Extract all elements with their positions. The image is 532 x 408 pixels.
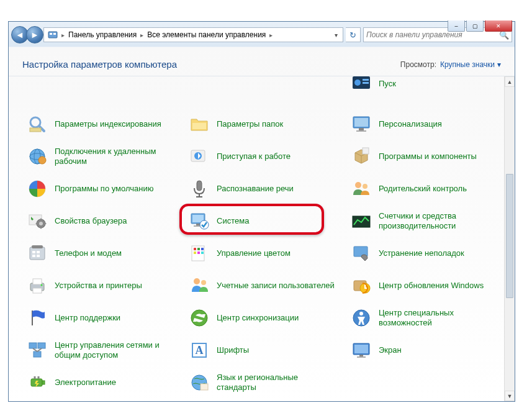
svg-rect-10: [192, 123, 206, 129]
cp-item-indexing-options[interactable]: Параметры индексирования: [22, 109, 179, 140]
svg-rect-33: [196, 224, 200, 225]
cp-item-internet-options[interactable]: Свойства браузера: [22, 206, 179, 237]
cp-item-label: Счетчики и средства производительности: [379, 211, 500, 230]
users-icon: [188, 274, 210, 297]
ieopts-icon: [26, 210, 48, 232]
svg-rect-14: [356, 130, 366, 132]
scroll-thumb[interactable]: [506, 174, 513, 298]
svg-rect-64: [38, 343, 45, 348]
cp-item-phone-modem[interactable]: Телефон и модем: [22, 238, 179, 269]
scroll-down-button[interactable]: ▼: [505, 391, 515, 401]
cp-item-label: Центр специальных возможностей: [379, 308, 500, 327]
cp-item-display[interactable]: Экран: [346, 335, 503, 366]
svg-rect-5: [363, 79, 369, 81]
svg-line-66: [33, 348, 37, 351]
down-icon: ▼: [507, 393, 513, 399]
address-bar[interactable]: ▸ Панель управления ▸ Все элементы панел…: [43, 27, 343, 42]
svg-rect-65: [34, 351, 41, 357]
svg-rect-42: [37, 255, 40, 257]
cp-item-windows-update[interactable]: Центр обновления Windows: [346, 270, 503, 301]
maximize-button[interactable]: ▢: [466, 20, 484, 32]
svg-rect-75: [42, 381, 45, 384]
svg-rect-46: [201, 248, 204, 250]
wrench-icon: [350, 242, 372, 265]
cp-item-system[interactable]: Система: [184, 206, 341, 237]
font-icon: A: [188, 339, 210, 361]
cp-item-action-center[interactable]: Центр поддержки: [22, 302, 179, 333]
cp-item-sync-center[interactable]: Центр синхронизации: [184, 302, 341, 333]
breadcrumb-item-all[interactable]: Все элементы панели управления: [145, 30, 268, 39]
cp-item-label: Персонализация: [379, 119, 442, 129]
svg-point-30: [39, 222, 43, 225]
cp-item-speech[interactable]: Распознавание речи: [184, 173, 341, 204]
view-label: Просмотр:: [400, 60, 436, 69]
svg-rect-38: [32, 245, 43, 248]
cp-item-power[interactable]: Электропитание: [22, 367, 179, 398]
cp-item-getting-started[interactable]: Приступая к работе: [184, 141, 341, 172]
scroll-track[interactable]: [505, 87, 515, 391]
cp-item-programs[interactable]: Программы и компоненты: [346, 141, 503, 172]
cp-item-partial-1[interactable]: [22, 76, 179, 91]
svg-rect-48: [197, 252, 200, 254]
forward-button[interactable]: ►: [26, 26, 43, 43]
address-dropdown[interactable]: ▾: [330, 32, 341, 39]
svg-rect-45: [197, 248, 200, 250]
vertical-scrollbar[interactable]: ▲ ▼: [504, 76, 515, 401]
colors-icon: [188, 242, 210, 265]
svg-point-62: [359, 312, 363, 315]
cp-item-remote-desktop[interactable]: Подключения к удаленным рабочим: [22, 141, 179, 172]
svg-point-55: [194, 278, 200, 284]
cp-item-label: Электропитание: [55, 378, 116, 388]
search-input[interactable]: [366, 30, 499, 39]
net-icon: [26, 339, 48, 361]
globe2-icon: [188, 371, 210, 394]
cp-item-performance[interactable]: Счетчики и средства производительности: [346, 206, 503, 237]
minimize-icon: –: [454, 23, 458, 29]
cp-item-folder-options[interactable]: Параметры папок: [184, 109, 341, 140]
cp-item-label: Язык и региональные стандарты: [217, 373, 338, 392]
breadcrumb-item-root[interactable]: Панель управления: [66, 30, 139, 39]
cp-item-network[interactable]: Центр управления сетями и общим доступом: [22, 335, 179, 366]
cp-item-start-menu[interactable]: Пуск: [346, 76, 503, 91]
view-mode-dropdown[interactable]: Крупные значки ▾: [440, 60, 501, 69]
cp-item-parental[interactable]: Родительский контроль: [346, 173, 503, 204]
cp-item-partial-2[interactable]: [184, 76, 341, 91]
svg-text:A: A: [196, 344, 204, 356]
start-icon: [350, 76, 372, 89]
scroll-up-button[interactable]: ▲: [505, 76, 515, 87]
svg-rect-23: [197, 181, 202, 191]
svg-rect-41: [32, 255, 35, 257]
flag2-icon: [26, 307, 48, 329]
cp-item-label: Программы по умолчанию: [55, 184, 153, 194]
cp-item-label: Система: [217, 216, 249, 226]
cp-item-troubleshoot[interactable]: Устранение неполадок: [346, 238, 503, 269]
cp-item-label: Программы и компоненты: [379, 152, 477, 161]
svg-rect-40: [37, 251, 40, 253]
cp-item-label: Телефон и модем: [55, 248, 122, 258]
perf-icon: [350, 210, 372, 232]
cp-item-label: Свойства браузера: [55, 216, 127, 226]
svg-rect-39: [32, 251, 35, 253]
cp-item-label: Параметры индексирования: [55, 119, 161, 129]
cp-item-label: Экран: [379, 345, 402, 355]
cp-item-region[interactable]: Язык и региональные стандарты: [184, 367, 341, 398]
cp-item-devices-printers[interactable]: Устройства и принтеры: [22, 270, 179, 301]
svg-rect-6: [363, 82, 369, 84]
close-button[interactable]: ✕: [485, 20, 512, 32]
cp-item-user-accounts[interactable]: Учетные записи пользователей: [184, 270, 341, 301]
cp-item-label: Центр синхронизации: [217, 313, 299, 323]
cp-item-color-mgmt[interactable]: Управление цветом: [184, 238, 341, 269]
cp-item-default-programs[interactable]: Программы по умолчанию: [22, 173, 179, 204]
chevron-down-icon: ▾: [497, 60, 501, 69]
header: Настройка параметров компьютера Просмотр…: [9, 45, 515, 76]
svg-point-56: [201, 280, 206, 285]
cp-item-fonts[interactable]: AШрифты: [184, 335, 341, 366]
cp-item-ease-access[interactable]: Центр специальных возможностей: [346, 302, 503, 333]
control-panel-icon: [48, 30, 58, 40]
minimize-button[interactable]: –: [448, 20, 465, 32]
refresh-button[interactable]: ↻: [346, 27, 361, 42]
svg-rect-49: [201, 252, 204, 254]
cp-item-personalization[interactable]: Персонализация: [346, 109, 503, 140]
defaults-icon: [26, 178, 48, 200]
cp-item-label: Устройства и принтеры: [55, 281, 142, 291]
